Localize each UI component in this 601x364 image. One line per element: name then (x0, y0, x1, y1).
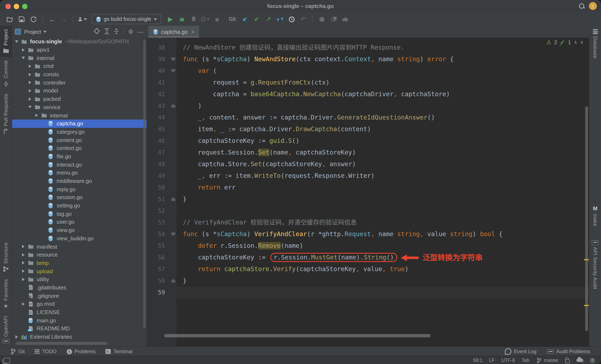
tab-captcha-go[interactable]: captcha.go × (148, 26, 199, 38)
tree-item-menu-go[interactable]: menu.go (12, 169, 147, 177)
chevron-right-icon[interactable] (35, 114, 38, 117)
chevron-down-icon[interactable] (15, 40, 18, 43)
code-line[interactable]: 49 _, err := item.WriteTo(request.Respon… (147, 170, 589, 182)
tree-item-readme-md[interactable]: MDREADME.MD (12, 324, 147, 333)
sync-icon[interactable] (29, 15, 38, 24)
code-line[interactable]: 55 defer r.Session.Remove(name) (147, 240, 589, 252)
code-line[interactable]: 53// VerifyAndClear 校验验证码，并清空缓存的验证码信息 (147, 217, 589, 228)
code-line[interactable]: 54func (s *sCaptcha) VerifyAndClear(r *g… (147, 228, 589, 240)
chevron-right-icon[interactable] (22, 269, 25, 273)
readonly-lock-icon[interactable] (565, 359, 570, 363)
fold-marker-icon[interactable] (168, 275, 179, 286)
tree-item-packed[interactable]: packed (12, 95, 147, 103)
tree-item-utility[interactable]: utility (12, 275, 147, 283)
project-tree-vertical-scrollbar[interactable] (143, 40, 146, 328)
save-icon[interactable] (17, 15, 26, 24)
tree-item-apiv1[interactable]: apiv1 (12, 46, 147, 54)
tree-item-context-go[interactable]: context.go (12, 144, 147, 152)
code-line[interactable]: 52 (147, 205, 589, 217)
code-line[interactable]: 58} (147, 275, 589, 286)
sidebar-item-database[interactable]: Database (589, 26, 601, 62)
tree-item-main-go[interactable]: main.go (12, 316, 147, 324)
line-separator[interactable]: LF (489, 358, 495, 363)
chevron-right-icon[interactable] (22, 245, 25, 248)
project-tree-horizontal-scrollbar[interactable] (16, 342, 108, 345)
fold-marker-icon[interactable] (168, 228, 179, 240)
tree-item-content-go[interactable]: content.go (12, 136, 147, 144)
tree-item-manifest[interactable]: manifest (12, 243, 147, 251)
chevron-down-icon[interactable] (22, 56, 25, 60)
chevron-right-icon[interactable] (22, 278, 25, 281)
tree-item-model[interactable]: model (12, 87, 147, 95)
fold-marker-icon[interactable] (168, 193, 179, 205)
tree-item-category-go[interactable]: category.go (12, 128, 147, 136)
user-profile-icon[interactable] (78, 15, 87, 24)
editor-horizontal-scrollbar[interactable] (164, 334, 431, 337)
indent-style[interactable]: Tab (522, 358, 529, 363)
code-line[interactable]: 41 request = g.RequestFromCtx(ctx) (147, 77, 589, 88)
chevron-right-icon[interactable] (28, 65, 32, 68)
tree-item-session-go[interactable]: session.go (12, 193, 147, 201)
tree-item--gitignore[interactable]: .gitignore (12, 292, 147, 300)
file-encoding[interactable]: UTF-8 (501, 358, 515, 363)
code-line[interactable]: 51} (147, 193, 589, 205)
open-icon[interactable] (5, 15, 15, 24)
tree-item-file-go[interactable]: file.go (12, 152, 147, 160)
toolwindow-problems[interactable]: ! Problems (67, 349, 96, 354)
notifications-icon[interactable]: ! (590, 358, 595, 363)
ide-update-icon[interactable]: ↑ (589, 2, 597, 10)
tree-item-interact-go[interactable]: interact.go (12, 161, 147, 169)
sidebar-item-favorites[interactable]: Favorites ★ (0, 275, 12, 312)
tree-item-reply-go[interactable]: reply.go (12, 185, 147, 193)
history-icon[interactable] (287, 15, 296, 24)
code-with-me-icon[interactable] (576, 359, 583, 362)
tree-item-consts[interactable]: consts (12, 70, 147, 79)
code-line[interactable]: 39func (s *sCaptcha) NewAndStore(ctx con… (147, 53, 589, 65)
git-merge-icon[interactable] (276, 15, 285, 24)
tree-item-middleware-go[interactable]: middleware.go (12, 177, 147, 185)
tree-item-captcha-go[interactable]: captcha.go (12, 120, 147, 128)
chevron-right-icon[interactable] (15, 335, 18, 338)
toolwindow-event-log[interactable]: Event Log (505, 348, 536, 355)
git-update-icon[interactable] (240, 15, 250, 24)
sidebar-item-pull-requests[interactable]: Pull Requests (0, 90, 12, 138)
chevron-right-icon[interactable] (22, 48, 25, 51)
code-line[interactable]: 46 captchaStoreKey := guid.S() (147, 135, 589, 147)
settings-gear-icon[interactable]: ⚙ (128, 28, 133, 35)
code-line[interactable]: 45 item, _ := captcha.Driver.DrawCaptcha… (147, 123, 589, 135)
chevron-down-icon[interactable] (28, 106, 32, 109)
locate-file-icon[interactable] (94, 28, 100, 35)
code-line[interactable]: 43 ) (147, 100, 589, 112)
code-line[interactable]: 59 (147, 286, 589, 298)
project-view-dropdown-icon[interactable] (43, 30, 47, 33)
chevron-right-icon[interactable] (28, 97, 32, 101)
code-line[interactable]: 37 (147, 38, 589, 42)
chevron-right-icon[interactable] (28, 89, 32, 92)
code-line[interactable]: 48 captcha.Store.Set(captchaStoreKey, an… (147, 158, 589, 170)
chevron-right-icon[interactable] (28, 81, 32, 84)
fold-marker-icon[interactable] (168, 53, 179, 65)
tree-item-go-mod[interactable]: go.mod (12, 300, 147, 308)
chevron-right-icon[interactable] (22, 302, 25, 306)
tree-item-internal[interactable]: internal (12, 111, 147, 119)
sidebar-item-openapi[interactable]: OpenAPI /API (0, 312, 12, 346)
tree-item-view-go[interactable]: view.go (12, 226, 147, 234)
git-push-icon[interactable]: ↗ (264, 15, 273, 24)
sidebar-item-make[interactable]: M make (589, 202, 601, 230)
tree-item-license[interactable]: LICENSE (12, 308, 147, 316)
toolwindow-todo[interactable]: TODO (35, 349, 57, 354)
sidebar-item-commit[interactable]: Commit (0, 57, 12, 90)
run-configuration-select[interactable]: go build focus-single (92, 14, 161, 24)
code-line[interactable]: 44 _, content, answer := captcha.Driver.… (147, 112, 589, 123)
expand-all-icon[interactable] (104, 28, 110, 35)
tree-item-temp[interactable]: temp (12, 259, 147, 267)
code-line[interactable]: 56 captchaStoreKey := r.Session.MustGet(… (147, 252, 589, 263)
tree-item-upload[interactable]: upload (12, 267, 147, 275)
next-problem-icon[interactable]: ∨ (580, 39, 583, 45)
sidebar-item-api-security-audit[interactable]: /API API Security Audit (589, 237, 601, 292)
code-line[interactable]: 40 var ( (147, 65, 589, 77)
git-branch-widget[interactable]: master (536, 357, 559, 363)
tree-item-tag-go[interactable]: tag.go (12, 210, 147, 218)
git-commit-icon[interactable]: ✔ (252, 15, 261, 24)
collapse-all-icon[interactable] (114, 28, 119, 35)
